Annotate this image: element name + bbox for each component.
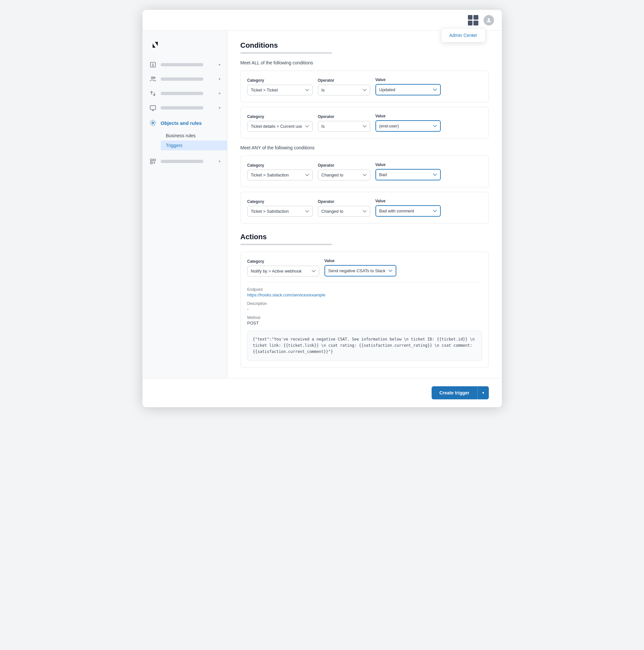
users-icon xyxy=(149,75,157,83)
monitor-icon xyxy=(149,104,157,112)
field-group-operator: Operator Changed to xyxy=(318,200,370,217)
sidebar-item-objects-and-rules[interactable]: Objects and rules xyxy=(143,115,227,131)
field-group-operator: Operator Is xyxy=(318,114,370,132)
sub-nav: Business rules Triggers xyxy=(143,131,227,150)
conditions-divider xyxy=(240,52,332,53)
operator-label: Operator xyxy=(318,78,370,83)
zendesk-logo xyxy=(150,40,160,50)
chevron-down-icon: ▾ xyxy=(219,77,221,81)
admin-center-link[interactable]: Admin Center xyxy=(449,33,477,38)
top-bar: Admin Center xyxy=(143,10,502,31)
field-group-operator: Operator Changed to xyxy=(318,163,370,180)
sidebar-item-triggers[interactable]: Triggers xyxy=(161,141,227,150)
svg-rect-6 xyxy=(150,159,152,161)
webhook-info: Endpoint https://hooks.slack.com/service… xyxy=(247,282,482,325)
sidebar-item-business-rules[interactable]: Business rules xyxy=(161,131,227,141)
action-value-select[interactable]: Send negative CSATs to Slack xyxy=(325,265,396,277)
field-group-value: Value Bad xyxy=(375,162,441,180)
value-select-all-1[interactable]: Updated xyxy=(375,84,441,96)
sidebar-item-monitor[interactable]: ▾ xyxy=(143,101,227,115)
svg-rect-4 xyxy=(150,106,155,109)
category-select-all-1[interactable]: Ticket > Ticket xyxy=(247,85,313,96)
operator-select-any-2[interactable]: Changed to xyxy=(318,206,370,217)
meet-all-label: Meet ALL of the following conditions xyxy=(240,60,489,65)
description-value: - xyxy=(247,306,482,312)
condition-row: Category Ticket > Satisfaction Operator … xyxy=(247,162,482,180)
endpoint-label: Endpoint xyxy=(247,287,482,292)
category-select-all-2[interactable]: Ticket details > Current user xyxy=(247,121,313,132)
user-avatar[interactable] xyxy=(484,15,494,26)
footer: Create trigger ▾ xyxy=(143,378,502,407)
method-value: POST xyxy=(247,321,482,325)
actions-divider xyxy=(240,244,332,245)
condition-block-all-1: Category Ticket > Ticket Operator Is xyxy=(240,71,489,102)
category-label: Category xyxy=(247,163,313,168)
value-label: Value xyxy=(375,199,441,203)
action-row: Category Notify by > Active webhook Valu… xyxy=(247,258,482,277)
actions-block: Category Notify by > Active webhook Valu… xyxy=(240,252,489,368)
code-block: {"text":"You've received a negative CSAT… xyxy=(247,331,482,361)
action-field-group-value: Value Send negative CSATs to Slack xyxy=(325,258,396,277)
field-group-category: Category Ticket > Satisfaction xyxy=(247,200,313,217)
svg-point-5 xyxy=(152,122,154,124)
category-label: Category xyxy=(247,114,313,119)
category-select-any-1[interactable]: Ticket > Satisfaction xyxy=(247,170,313,180)
field-group-category: Category Ticket > Ticket xyxy=(247,78,313,96)
condition-block-any-1: Category Ticket > Satisfaction Operator … xyxy=(240,155,489,187)
create-trigger-dropdown-button[interactable]: ▾ xyxy=(477,386,489,399)
method-label: Method xyxy=(247,315,482,320)
top-bar-icons xyxy=(468,15,494,26)
actions-header: Actions xyxy=(240,233,489,241)
create-trigger-button[interactable]: Create trigger xyxy=(431,386,477,399)
action-value-label: Value xyxy=(325,258,396,263)
chevron-down-icon: ▾ xyxy=(219,63,221,67)
main-layout: ▾ ▾ ▾ ▾ xyxy=(143,31,502,378)
sidebar: ▾ ▾ ▾ ▾ xyxy=(143,31,227,378)
svg-rect-7 xyxy=(153,159,155,161)
field-group-operator: Operator Is xyxy=(318,78,370,96)
category-label: Category xyxy=(247,78,313,83)
svg-point-0 xyxy=(488,18,490,20)
sidebar-item-transfer[interactable]: ▾ xyxy=(143,86,227,101)
field-group-value: Value (end-user) xyxy=(375,114,441,132)
operator-select-all-1[interactable]: Is xyxy=(318,85,370,96)
logo xyxy=(143,36,227,58)
field-group-category: Category Ticket details > Current user xyxy=(247,114,313,132)
value-select-all-2[interactable]: (end-user) xyxy=(375,120,441,132)
building-icon xyxy=(149,61,157,69)
action-field-group-category: Category Notify by > Active webhook xyxy=(247,259,319,277)
dropdown-chevron-icon: ▾ xyxy=(482,391,484,395)
value-label: Value xyxy=(375,114,441,118)
svg-point-3 xyxy=(153,77,155,78)
field-group-value: Value Bad with comment xyxy=(375,199,441,217)
value-label: Value xyxy=(375,77,441,82)
category-select-any-2[interactable]: Ticket > Satisfaction xyxy=(247,206,313,217)
field-group-value: Value Updated xyxy=(375,77,441,96)
sidebar-item-home[interactable]: ▾ xyxy=(143,58,227,72)
transfer-icon xyxy=(149,89,157,97)
value-select-any-1[interactable]: Bad xyxy=(375,169,441,180)
action-category-label: Category xyxy=(247,259,319,264)
operator-label: Operator xyxy=(318,163,370,168)
condition-row: Category Ticket > Ticket Operator Is xyxy=(247,77,482,96)
chevron-down-icon: ▾ xyxy=(219,91,221,96)
add-grid-icon xyxy=(149,157,157,165)
value-select-any-2[interactable]: Bad with comment xyxy=(375,205,441,217)
objects-rules-label: Objects and rules xyxy=(161,120,202,126)
content-area: Conditions Meet ALL of the following con… xyxy=(227,31,502,378)
action-category-select[interactable]: Notify by > Active webhook xyxy=(247,266,319,277)
chevron-down-icon: ▾ xyxy=(219,106,221,110)
grid-icon[interactable] xyxy=(468,15,478,26)
chevron-down-icon: ▾ xyxy=(219,159,221,164)
operator-select-all-2[interactable]: Is xyxy=(318,121,370,132)
sidebar-item-add[interactable]: ▾ xyxy=(143,154,227,169)
conditions-section: Conditions Meet ALL of the following con… xyxy=(240,41,489,223)
sidebar-item-users[interactable]: ▾ xyxy=(143,72,227,86)
condition-row: Category Ticket > Satisfaction Operator … xyxy=(247,199,482,217)
objects-rules-icon xyxy=(149,119,157,127)
operator-label: Operator xyxy=(318,114,370,119)
description-label: Description xyxy=(247,301,482,306)
svg-point-2 xyxy=(151,77,153,78)
operator-select-any-1[interactable]: Changed to xyxy=(318,170,370,180)
svg-rect-8 xyxy=(150,162,152,164)
